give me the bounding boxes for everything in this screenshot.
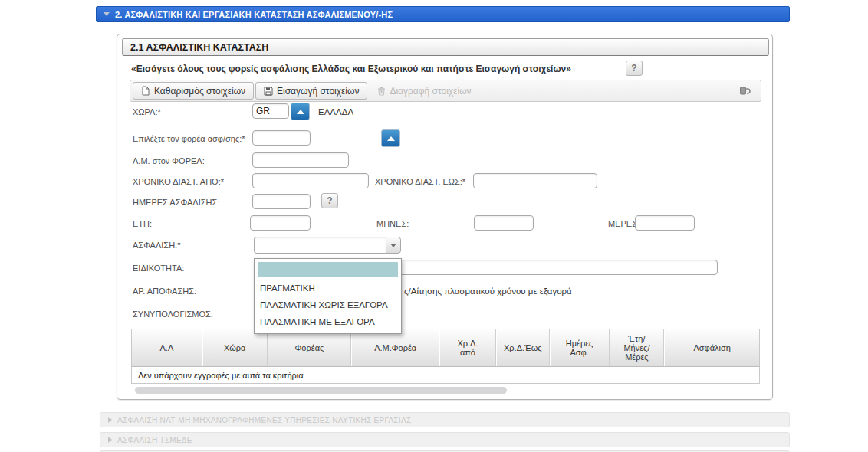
arrow-up-icon bbox=[387, 136, 395, 141]
delete-data-button: Διαγραφή στοιχείων bbox=[369, 82, 479, 100]
registry-label: Α.Μ. στον ΦΟΡΕΑ: bbox=[133, 156, 205, 165]
column-header[interactable]: Χρ.Δ.Έως bbox=[496, 329, 550, 366]
days-input[interactable] bbox=[635, 215, 695, 231]
period-to-label: ΧΡΟΝΙΚΟ ΔΙΑΣΤ. ΕΩΣ:* bbox=[375, 177, 465, 186]
country-name-text: ΕΛΛΑΔΑ bbox=[318, 107, 353, 116]
dropdown-option[interactable]: ΠΛΑΣΜΑΤΙΚΗ ΧΩΡΙΣ ΕΞΑΓΟΡΑ bbox=[255, 296, 401, 313]
years-input[interactable] bbox=[250, 215, 311, 231]
country-lookup-button[interactable] bbox=[291, 103, 310, 120]
help-button[interactable]: ? bbox=[626, 61, 643, 76]
insert-data-label: Εισαγωγή στοιχείων bbox=[277, 86, 359, 97]
dropdown-option[interactable]: ΠΡΑΓΜΑΤΙΚΗ bbox=[255, 280, 401, 296]
chevron-right-icon bbox=[108, 417, 112, 423]
page: 2. ΑΣΦΑΛΙΣΤΙΚΗ ΚΑΙ ΕΡΓΑΣΙΑΚΗ ΚΑΤΑΣΤΑΣΗ Α… bbox=[0, 0, 868, 452]
column-header[interactable]: Χρ.Δ. από bbox=[439, 329, 496, 366]
country-input[interactable] bbox=[252, 103, 289, 119]
dropdown-option[interactable]: ΠΛΑΣΜΑΤΙΚΗ ΜΕ ΕΞΑΓΟΡΑ bbox=[255, 313, 401, 330]
save-icon bbox=[264, 87, 273, 96]
registry-input[interactable] bbox=[252, 152, 349, 168]
table-scroll-area bbox=[131, 384, 760, 398]
clear-data-button[interactable]: Καθαρισμός στοιχείων bbox=[133, 82, 254, 100]
months-label: ΜΗΝΕΣ: bbox=[376, 219, 409, 228]
insurance-status-panel: 2.1 ΑΣΦΑΛΙΣΤΙΚΗ ΚΑΤΑΣΤΑΣΗ «Εισάγετε όλου… bbox=[117, 34, 773, 400]
specialty-label: ΕΙΔΙΚΟΤΗΤΑ: bbox=[133, 264, 184, 273]
section-2-title: 2. ΑΣΦΑΛΙΣΤΙΚΗ ΚΑΙ ΕΡΓΑΣΙΑΚΗ ΚΑΤΑΣΤΑΣΗ Α… bbox=[115, 10, 393, 19]
agency-lookup-button[interactable] bbox=[381, 129, 400, 147]
section-2-accordion-header[interactable]: 2. ΑΣΦΑΛΙΣΤΙΚΗ ΚΑΙ ΕΡΓΑΣΙΑΚΗ ΚΑΤΑΣΤΑΣΗ Α… bbox=[96, 6, 790, 22]
chevron-down-icon bbox=[104, 12, 110, 16]
table-empty-message: Δεν υπάρχουν εγγραφές με αυτά τα κριτήρι… bbox=[131, 367, 760, 384]
column-header[interactable]: Φορέας bbox=[268, 329, 352, 366]
instruction-text: «Εισάγετε όλους τους φορείς ασφάλισης Ελ… bbox=[131, 64, 571, 74]
column-header[interactable]: Α.Μ.Φορέα bbox=[351, 329, 439, 366]
days-help-button[interactable]: ? bbox=[321, 193, 338, 208]
accordion-tsmede-section[interactable]: ΑΣΦΑΛΙΣΗ ΤΣΜΕΔΕ bbox=[100, 432, 790, 447]
column-header[interactable]: Ασφάλιση bbox=[664, 329, 759, 366]
insurance-combobox[interactable] bbox=[254, 237, 401, 254]
insured-days-label: ΗΜΕΡΕΣ ΑΣΦΑΛΙΣΗΣ: bbox=[133, 198, 219, 207]
table-header-row: Α.Α Χώρα Φορέας Α.Μ.Φορέα Χρ.Δ. από Χρ.Δ… bbox=[131, 329, 760, 367]
decision-note-text: ς/Αίτησης πλασματικού χρόνου με εξαγορά bbox=[404, 287, 572, 296]
column-header[interactable]: Έτη/ Μήνες/ Μέρες bbox=[610, 329, 665, 366]
document-icon bbox=[141, 86, 150, 96]
country-label: ΧΩΡΑ:* bbox=[133, 107, 161, 116]
accordion-nat-title: ΑΣΦΑΛΙΣΗ ΝΑΤ-ΜΗ ΜΗΧΑΝΟΓΡΑΦΗΜΕΝΕΣ ΥΠΗΡΕΣΙ… bbox=[117, 416, 411, 424]
toolbar: Καθαρισμός στοιχείων Εισαγωγή στοιχείων … bbox=[130, 80, 761, 102]
decision-label: ΑΡ. ΑΠΟΦΑΣΗΣ: bbox=[133, 287, 196, 296]
horizontal-scrollbar[interactable] bbox=[135, 387, 507, 394]
accordion-nat-section[interactable]: ΑΣΦΑΛΙΣΗ ΝΑΤ-ΜΗ ΜΗΧΑΝΟΓΡΑΦΗΜΕΝΕΣ ΥΠΗΡΕΣΙ… bbox=[100, 412, 790, 427]
delete-data-label: Διαγραφή στοιχείων bbox=[390, 86, 471, 97]
arrow-up-icon bbox=[297, 110, 304, 114]
trash-icon bbox=[377, 87, 386, 96]
results-table: Α.Α Χώρα Φορέας Α.Μ.Φορέα Χρ.Δ. από Χρ.Δ… bbox=[131, 329, 760, 398]
period-from-label: ΧΡΟΝΙΚΟ ΔΙΑΣΤ. ΑΠΟ:* bbox=[133, 177, 224, 186]
chevron-right-icon bbox=[108, 437, 112, 443]
accordion-tsmede-title: ΑΣΦΑΛΙΣΗ ΤΣΜΕΔΕ bbox=[117, 436, 192, 444]
clear-data-label: Καθαρισμός στοιχείων bbox=[154, 86, 245, 97]
agency-label: Επιλέξτε τον φορέα ασφ/σης:* bbox=[133, 134, 245, 143]
column-header[interactable]: Χώρα bbox=[202, 329, 268, 366]
years-label: ΕΤΗ: bbox=[133, 219, 152, 228]
months-input[interactable] bbox=[474, 215, 534, 231]
insert-data-button[interactable]: Εισαγωγή στοιχείων bbox=[255, 82, 367, 100]
insurance-dropdown-list: ΠΡΑΓΜΑΤΙΚΗ ΠΛΑΣΜΑΤΙΚΗ ΧΩΡΙΣ ΕΞΑΓΟΡΑ ΠΛΑΣ… bbox=[254, 258, 402, 334]
insurance-label: ΑΣΦΑΛΙΣΗ:* bbox=[133, 241, 180, 250]
period-from-input[interactable] bbox=[252, 173, 369, 188]
column-header[interactable]: Α.Α bbox=[132, 329, 202, 366]
dropdown-option-blank[interactable] bbox=[258, 262, 398, 277]
insurance-combobox-value[interactable] bbox=[254, 237, 386, 254]
insurance-combobox-button[interactable] bbox=[386, 237, 401, 254]
unlock-icon[interactable] bbox=[736, 84, 753, 99]
column-header[interactable]: Ημέρες Ασφ. bbox=[550, 329, 610, 366]
chevron-down-icon bbox=[390, 244, 396, 247]
period-to-input[interactable] bbox=[473, 173, 597, 188]
insured-days-input[interactable] bbox=[252, 194, 311, 209]
agency-input[interactable] bbox=[252, 130, 311, 146]
panel-title-bar: 2.1 ΑΣΦΑΛΙΣΤΙΚΗ ΚΑΤΑΣΤΑΣΗ bbox=[122, 38, 769, 56]
aggregation-label: ΣΥΝΥΠΟΛΟΓΙΣΜΟΣ: bbox=[133, 310, 213, 319]
panel-title: 2.1 ΑΣΦΑΛΙΣΤΙΚΗ ΚΑΤΑΣΤΑΣΗ bbox=[130, 42, 268, 53]
